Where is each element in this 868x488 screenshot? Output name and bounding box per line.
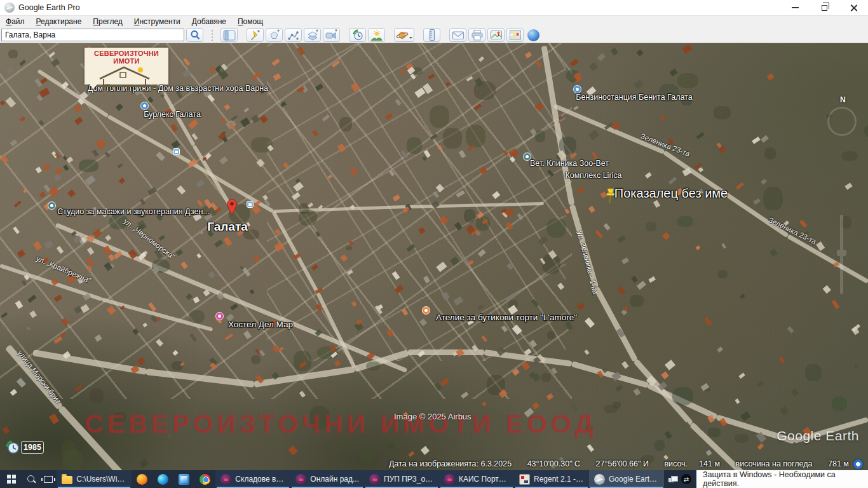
search-input[interactable] bbox=[1, 29, 184, 41]
taskbar-item-regent[interactable]: Regent 2.1 - ... bbox=[514, 470, 589, 488]
sunlight-icon bbox=[370, 29, 383, 41]
search-button[interactable] bbox=[186, 28, 203, 42]
realty-logo-overlay: СЕВЕРОИЗТОЧНИ ИМОТИ bbox=[85, 48, 168, 85]
taskbar-item-regent-icon bbox=[519, 474, 530, 485]
historical-imagery-icon bbox=[351, 29, 364, 41]
close-button[interactable] bbox=[839, 0, 868, 15]
taskbar-item-explorer[interactable]: C:\Users\Win... bbox=[57, 470, 132, 488]
streetview-pegman-icon[interactable] bbox=[853, 459, 863, 469]
task-view-button[interactable] bbox=[39, 470, 57, 488]
tray-windows-stack-icon[interactable] bbox=[668, 476, 677, 483]
restaurant-marker[interactable] bbox=[422, 306, 430, 315]
taskbar: C:\Users\Win...∞Складове в г...∞Онлайн р… bbox=[0, 470, 868, 488]
add-polygon-button[interactable] bbox=[266, 28, 283, 42]
search-icon bbox=[189, 29, 201, 41]
taskbar-item-explorer-icon bbox=[62, 476, 72, 484]
taskbar-item-photos[interactable] bbox=[173, 470, 194, 488]
taskbar-item-onlain-rad[interactable]: ∞Онлайн рад... bbox=[290, 470, 364, 488]
taskbar-item-skladove-icon: ∞ bbox=[220, 474, 231, 485]
google-earth-globe-icon bbox=[4, 3, 15, 13]
email-button[interactable] bbox=[449, 28, 466, 42]
status-elevation-value: 141 м bbox=[699, 459, 720, 468]
bus-stop-marker[interactable] bbox=[173, 148, 180, 155]
toolbar-separator bbox=[211, 29, 214, 41]
record-tour-icon bbox=[325, 29, 338, 41]
save-image-button[interactable] bbox=[487, 28, 505, 42]
add-placemark-button[interactable] bbox=[247, 28, 264, 42]
taskbar-item-edge-icon bbox=[158, 474, 168, 485]
close-icon bbox=[850, 4, 857, 11]
status-eye-alt-value: 781 м bbox=[828, 459, 849, 468]
ruler-button[interactable] bbox=[423, 28, 440, 42]
defender-notification[interactable]: Защита в Windows - Необходими са действи… bbox=[696, 470, 868, 488]
history-year-chip[interactable]: 1985 bbox=[21, 441, 44, 454]
toolbar bbox=[0, 27, 868, 43]
email-icon bbox=[452, 30, 465, 41]
taskbar-item-skladove[interactable]: ∞Складове в г... bbox=[215, 470, 290, 488]
status-bar: Дата на изображенията: 6.3.2025 43°10'00… bbox=[389, 459, 849, 468]
poi-pokazalets-bez-ime[interactable]: Показалец без име bbox=[614, 186, 728, 201]
tray-connection-icon[interactable]: ⇄ bbox=[681, 474, 691, 484]
add-path-button[interactable] bbox=[285, 28, 302, 42]
realty-logo-text: СЕВЕРОИЗТОЧНИ ИМОТИ bbox=[85, 50, 168, 65]
switch-planet-icon bbox=[396, 29, 412, 41]
title-bar: Google Earth Pro bbox=[0, 0, 868, 16]
store-marker[interactable] bbox=[140, 102, 149, 110]
toggle-sidebar-icon bbox=[223, 30, 236, 41]
taskbar-item-kais-portal[interactable]: ∞КАИС Порта... bbox=[439, 470, 514, 488]
historical-imagery-button[interactable] bbox=[349, 28, 366, 42]
poi-benzinostantsia-benita[interactable]: Бензиностанция Бенита Галата bbox=[576, 93, 692, 102]
record-tour-button[interactable] bbox=[323, 28, 340, 42]
spa-marker[interactable] bbox=[48, 201, 56, 210]
search-icon bbox=[27, 475, 35, 483]
compass-north[interactable]: N bbox=[840, 95, 846, 104]
taskbar-item-edge[interactable] bbox=[153, 470, 173, 488]
print-button[interactable] bbox=[468, 28, 485, 42]
poi-studio-dzen[interactable]: Студио за масажи и звукотерапия Дзен... bbox=[57, 207, 209, 216]
bus-stop-marker-2[interactable] bbox=[247, 201, 254, 208]
menu-item-5[interactable]: Помощ bbox=[232, 17, 269, 27]
menu-item-4[interactable]: Добавяне bbox=[186, 17, 232, 27]
poi-burleks-galata[interactable]: Бурлекс Галата bbox=[144, 110, 201, 119]
map-viewport[interactable]: ул. „Черноморска"ул. „Крайбрежна"улица М… bbox=[0, 43, 868, 470]
taskbar-item-google-earth[interactable]: Google Earth... bbox=[589, 470, 664, 488]
look-ring[interactable] bbox=[827, 107, 857, 136]
poi-galata[interactable]: Галата bbox=[207, 220, 248, 234]
zoom-slider-thumb[interactable] bbox=[837, 250, 846, 256]
navigation-controls[interactable] bbox=[826, 107, 862, 297]
restore-icon bbox=[822, 5, 827, 11]
menu-item-0[interactable]: Файл bbox=[0, 17, 31, 27]
taskbar-item-chrome[interactable] bbox=[194, 470, 215, 488]
task-view-icon bbox=[44, 476, 53, 483]
menu-item-1[interactable]: Редактиране bbox=[31, 17, 88, 27]
logo-balloon-tail bbox=[90, 84, 98, 89]
status-eye-alt-label: височина на погледа bbox=[735, 459, 812, 468]
google-earth-logo: Google Earth bbox=[776, 428, 859, 444]
hostel-marker[interactable] bbox=[215, 312, 224, 320]
earth-sphere-button[interactable] bbox=[526, 28, 541, 42]
toggle-sidebar-button[interactable] bbox=[220, 28, 238, 42]
taskbar-item-onlain-rad-icon: ∞ bbox=[295, 474, 306, 485]
poi-kompleks-lirica[interactable]: Комплекс Lirica bbox=[565, 171, 621, 180]
view-in-google-maps-button[interactable] bbox=[506, 28, 524, 42]
poi-hostel-del-mar[interactable]: Хостел Дел Мар bbox=[228, 320, 293, 329]
add-image-overlay-button[interactable] bbox=[304, 28, 321, 42]
sunlight-button[interactable] bbox=[368, 28, 385, 42]
galata-red-pin-marker[interactable] bbox=[227, 199, 237, 218]
taskbar-search-button[interactable] bbox=[22, 470, 39, 488]
historical-imagery-clock-icon[interactable] bbox=[5, 440, 20, 455]
window-title: Google Earth Pro bbox=[18, 3, 80, 12]
taskbar-item-pup-prz[interactable]: ∞ПУП ПРЗ_од... bbox=[364, 470, 439, 488]
add-polygon-icon bbox=[268, 29, 280, 41]
restore-button[interactable] bbox=[810, 0, 839, 15]
status-latitude: 43°10'00.30" С bbox=[527, 459, 580, 468]
switch-planet-button[interactable] bbox=[394, 28, 414, 42]
minimize-button[interactable] bbox=[780, 0, 810, 15]
taskbar-item-photos-icon bbox=[179, 474, 189, 485]
menu-item-3[interactable]: Инструменти bbox=[128, 17, 186, 27]
menu-item-2[interactable]: Преглед bbox=[87, 17, 128, 27]
start-button[interactable] bbox=[0, 470, 22, 488]
poi-atelie-lamore[interactable]: Ателие за бутикови торти "L'amore" bbox=[436, 313, 577, 322]
poi-vet-klinika-zoo-vet[interactable]: Вет. Клиника Зоо-Вет bbox=[530, 159, 609, 168]
taskbar-item-firefox[interactable] bbox=[132, 470, 153, 488]
